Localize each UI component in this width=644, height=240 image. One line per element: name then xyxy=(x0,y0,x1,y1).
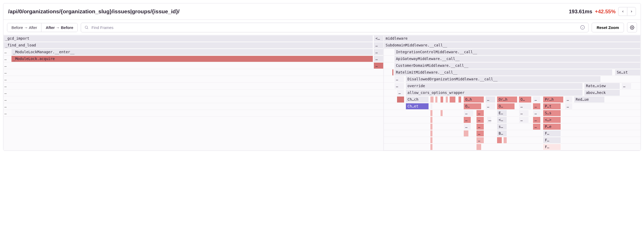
flame-frame[interactable]: … xyxy=(463,117,471,123)
flame-frame[interactable]: F… xyxy=(543,137,561,143)
flame-frame[interactable]: F… xyxy=(543,130,561,137)
flame-frame[interactable]: P…e xyxy=(543,123,561,130)
flame-row: … xyxy=(3,83,383,89)
flame-frame[interactable] xyxy=(503,137,507,143)
flame-frame[interactable]: … xyxy=(463,110,474,116)
flame-frame[interactable]: O…h xyxy=(463,96,484,103)
flame-frame[interactable] xyxy=(430,96,434,103)
flame-frame[interactable]: … xyxy=(476,117,484,123)
flame-frame[interactable]: middleware xyxy=(384,35,641,42)
flame-frame[interactable] xyxy=(445,96,448,103)
flame-frame[interactable]: Ch…ch xyxy=(406,96,429,103)
flame-frame[interactable]: S…s xyxy=(543,110,561,116)
toggle-after-before[interactable]: After → Before xyxy=(41,23,77,32)
flame-frame[interactable]: E… xyxy=(497,110,507,116)
settings-button[interactable] xyxy=(627,22,637,32)
flame-frame[interactable] xyxy=(430,144,433,150)
flame-frame[interactable]: … xyxy=(519,103,531,110)
flame-frame[interactable]: … xyxy=(476,123,484,130)
flame-frame[interactable] xyxy=(430,137,433,143)
flame-frame[interactable]: … xyxy=(394,76,404,82)
flame-frame[interactable]: CustomerDomainMiddleware.__call__ xyxy=(394,62,641,69)
flame-frame[interactable]: … xyxy=(621,83,631,89)
flame-frame[interactable]: _ModuleLock.acquire xyxy=(11,56,373,62)
flame-frame[interactable]: … xyxy=(565,96,573,103)
flame-frame[interactable]: Or…h xyxy=(497,96,517,103)
flame-frame[interactable]: … xyxy=(533,103,541,110)
flame-frame[interactable] xyxy=(497,137,502,143)
flame-frame[interactable]: IntegrationControlMiddleware.__call__ xyxy=(394,49,641,55)
flame-frame[interactable]: Ch…et xyxy=(406,103,429,110)
flame-frame[interactable]: … xyxy=(476,130,484,137)
search-input[interactable] xyxy=(81,23,589,32)
flame-frame[interactable]: … xyxy=(519,117,529,123)
flame-frame[interactable]: … xyxy=(397,89,405,96)
info-icon[interactable] xyxy=(580,25,585,30)
flame-frame[interactable]: _find_and_load xyxy=(3,42,373,49)
flame-frame[interactable]: Se…st xyxy=(615,69,641,76)
flame-frame[interactable]: RatelimitMiddleware.__call__ xyxy=(394,69,612,76)
flame-frame[interactable]: … xyxy=(485,103,496,110)
flame-frame[interactable]: SubdomainMiddleware.__call__ xyxy=(384,42,641,49)
flame-frame[interactable] xyxy=(430,103,433,110)
flamegraph-right[interactable]: middlewareSubdomainMiddleware.__call__In… xyxy=(384,35,641,151)
flame-frame[interactable]: Pr…h xyxy=(543,96,564,103)
flame-frame[interactable]: F… xyxy=(543,144,561,150)
chevron-left-icon xyxy=(621,10,624,13)
flame-frame[interactable]: override xyxy=(406,83,583,89)
flame-frame[interactable]: DisallowedOrganizationMiddleware.__call_… xyxy=(406,76,601,82)
flame-frame[interactable]: O… xyxy=(463,103,481,110)
flame-frame-tail[interactable]: … xyxy=(374,49,383,55)
flame-frame[interactable]: abov…heck xyxy=(584,89,620,96)
flame-frame[interactable]: … xyxy=(533,110,541,116)
flame-frame[interactable] xyxy=(476,144,481,150)
flame-frame-tail[interactable]: <m…> xyxy=(374,35,383,42)
flame-frame-tail[interactable]: … xyxy=(374,42,383,49)
flame-frame[interactable] xyxy=(440,110,443,116)
flame-frame[interactable] xyxy=(458,96,461,103)
flame-frame[interactable]: <…> xyxy=(543,117,561,123)
flame-frame[interactable] xyxy=(430,123,433,130)
flamegraph-left[interactable]: _gcd_import<m…>_find_and_load……_ModuleLo… xyxy=(3,35,384,151)
flame-frame[interactable]: P…t xyxy=(543,103,561,110)
reset-zoom-button[interactable]: Reset Zoom xyxy=(592,23,624,32)
flame-frame[interactable]: … xyxy=(487,117,492,123)
flame-frame[interactable]: ApiGatewayMiddleware.__call__ xyxy=(394,56,641,62)
flame-frame[interactable]: … xyxy=(476,137,484,143)
flame-frame[interactable]: … xyxy=(463,123,471,130)
flame-frame[interactable]: … xyxy=(476,110,484,116)
flame-frame[interactable]: … xyxy=(533,96,541,103)
flame-frame[interactable]: _gcd_import xyxy=(3,35,373,42)
flame-frame[interactable] xyxy=(449,96,456,103)
flame-frame[interactable]: O… xyxy=(519,96,531,103)
flame-frame[interactable]: _ModuleLockManager.__enter__ xyxy=(11,49,373,55)
flame-frame[interactable] xyxy=(397,96,405,103)
flame-frame-tail[interactable]: … xyxy=(374,56,383,62)
flame-frame[interactable]: … xyxy=(485,96,496,103)
flame-row: SubdomainMiddleware.__call__ xyxy=(384,42,641,49)
flame-frame[interactable]: s… xyxy=(497,123,507,130)
flame-frame[interactable]: … xyxy=(533,123,541,130)
flame-frame[interactable] xyxy=(430,130,433,137)
toggle-before-after[interactable]: Before → After xyxy=(7,23,41,32)
flame-frame-tail[interactable]: … xyxy=(374,62,383,69)
flame-frame[interactable] xyxy=(463,130,469,137)
flame-frame[interactable]: … xyxy=(519,110,529,116)
flame-frame[interactable] xyxy=(430,110,433,116)
flame-frame[interactable]: … xyxy=(565,103,573,110)
flame-frame[interactable]: Red…ue xyxy=(574,96,605,103)
flame-frame[interactable] xyxy=(440,96,443,103)
next-button[interactable] xyxy=(627,7,636,16)
flame-frame[interactable] xyxy=(435,96,438,103)
prev-button[interactable] xyxy=(618,7,627,16)
flame-frame[interactable]: Rate…view xyxy=(584,83,620,89)
flame-frame[interactable]: O… xyxy=(497,103,515,110)
flame-frame[interactable]: … xyxy=(533,117,541,123)
flame-frame[interactable]: B… xyxy=(497,130,507,137)
flame-frame[interactable]: allow_cors_options_wrapper xyxy=(406,89,583,96)
flame-frame[interactable]: … xyxy=(394,83,404,89)
flame-frame[interactable]: <… xyxy=(497,117,507,123)
search-wrap xyxy=(81,23,589,32)
flame-row: … xyxy=(3,69,383,76)
flame-frame[interactable] xyxy=(430,117,433,123)
